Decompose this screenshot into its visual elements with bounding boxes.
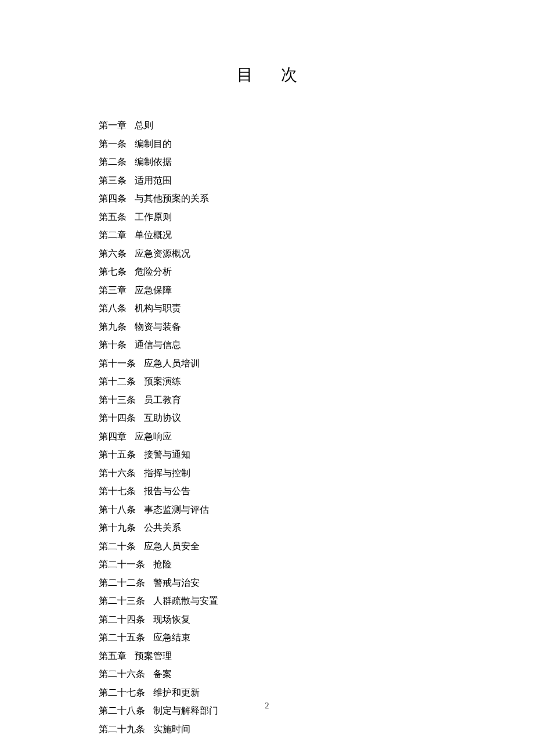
toc-item-text: 与其他预案的关系: [135, 189, 209, 208]
toc-item-text: 指挥与控制: [144, 464, 190, 483]
toc-item: 第十五条接警与通知: [99, 445, 435, 464]
toc-item-label: 第十九条: [99, 519, 136, 537]
toc-item-label: 第十八条: [99, 501, 136, 519]
toc-item: 第二十条应急人员安全: [99, 537, 435, 556]
toc-item-label: 第二十一条: [99, 555, 145, 574]
toc-item: 第五条工作原则: [99, 208, 435, 226]
toc-item-text: 适用范围: [135, 171, 172, 190]
toc-item: 第一条编制目的: [99, 135, 435, 153]
toc-item-label: 第三章: [99, 281, 127, 300]
toc-item-text: 危险分析: [135, 262, 172, 281]
toc-item-text: 抢险: [153, 555, 172, 574]
toc-item: 第三章应急保障: [99, 281, 435, 300]
toc-item-text: 工作原则: [135, 208, 172, 226]
toc-item-label: 第二十六条: [99, 665, 145, 683]
toc-item-text: 物资与装备: [135, 318, 181, 336]
toc-item-label: 第一章: [99, 116, 127, 135]
toc-item-label: 第十条: [99, 336, 127, 354]
toc-item-text: 通信与信息: [135, 336, 181, 354]
toc-item-text: 编制依据: [135, 153, 172, 171]
toc-item-text: 应急资源概况: [135, 244, 190, 263]
toc-item-text: 应急响应: [135, 427, 172, 446]
toc-item: 第四章应急响应: [99, 427, 435, 446]
toc-item-text: 编制目的: [135, 135, 172, 153]
toc-item-text: 维护和更新: [153, 683, 200, 702]
toc-item: 第二十二条警戒与治安: [99, 574, 435, 592]
toc-item-label: 第二条: [99, 153, 127, 171]
toc-item: 第八条机构与职责: [99, 299, 435, 318]
toc-item: 第十六条指挥与控制: [99, 464, 435, 483]
toc-item-label: 第四章: [99, 427, 127, 446]
toc-item: 第六条应急资源概况: [99, 244, 435, 263]
toc-item-label: 第五章: [99, 647, 127, 665]
toc-item-label: 第九条: [99, 318, 127, 336]
toc-item-label: 第二十七条: [99, 683, 145, 702]
toc-item-label: 第十三条: [99, 391, 136, 409]
toc-item-label: 第五条: [99, 208, 127, 226]
toc-item-label: 第七条: [99, 262, 127, 281]
toc-item: 第二十三条人群疏散与安置: [99, 592, 435, 610]
page-title: 目次: [99, 64, 435, 86]
toc-item: 第二十九条实施时间: [99, 720, 435, 739]
toc-item: 第二十七条维护和更新: [99, 683, 435, 702]
toc-item-label: 第十四条: [99, 409, 136, 427]
toc-item: 第二十五条应急结束: [99, 628, 435, 647]
toc-item-label: 第十一条: [99, 354, 136, 373]
toc-item: 第十七条报告与公告: [99, 482, 435, 501]
toc-item-label: 第四条: [99, 189, 127, 208]
toc-item-label: 第八条: [99, 299, 127, 318]
toc-item-text: 总则: [135, 116, 153, 135]
toc-item-text: 互助协议: [144, 409, 181, 427]
toc-item-label: 第十七条: [99, 482, 136, 501]
toc-item: 第七条危险分析: [99, 262, 435, 281]
toc-item: 第二十四条现场恢复: [99, 610, 435, 629]
toc-item-label: 第三条: [99, 171, 127, 190]
toc-item-text: 实施时间: [153, 720, 190, 739]
toc-item-text: 警戒与治安: [153, 574, 200, 592]
toc-item-text: 员工教育: [144, 391, 181, 409]
toc-item-text: 公共关系: [144, 519, 181, 537]
toc-item-text: 现场恢复: [153, 610, 190, 629]
toc-item: 第二十一条抢险: [99, 555, 435, 574]
toc-item: 第十二条预案演练: [99, 372, 435, 391]
toc-item: 第九条物资与装备: [99, 318, 435, 336]
toc-item-label: 第二十四条: [99, 610, 145, 629]
toc-item-text: 机构与职责: [135, 299, 181, 318]
toc-item-label: 第二十条: [99, 537, 136, 556]
toc-item-text: 人群疏散与安置: [153, 592, 218, 610]
toc-item-text: 应急人员安全: [144, 537, 200, 556]
toc-item: 第三条适用范围: [99, 171, 435, 190]
toc-item: 第二章单位概况: [99, 226, 435, 244]
toc-item-label: 第十六条: [99, 464, 136, 483]
toc-item-text: 应急结束: [153, 628, 190, 647]
toc-item: 第二条编制依据: [99, 153, 435, 171]
document-page: 目次 第一章总则第一条编制目的第二条编制依据第三条适用范围第四条与其他预案的关系…: [0, 0, 534, 756]
toc-item: 第十九条公共关系: [99, 519, 435, 537]
toc-item: 第五章预案管理: [99, 647, 435, 665]
toc-item-label: 第一条: [99, 135, 127, 153]
toc-item-text: 备案: [153, 665, 172, 683]
toc-item-label: 第二十五条: [99, 628, 145, 647]
toc-item-text: 单位概况: [135, 226, 172, 244]
toc-item: 第二十六条备案: [99, 665, 435, 683]
toc-item-text: 应急人员培训: [144, 354, 200, 373]
toc-item-text: 预案演练: [144, 372, 181, 391]
toc-item-text: 接警与通知: [144, 445, 190, 464]
toc-item: 第十一条应急人员培训: [99, 354, 435, 373]
toc-item-label: 第二十三条: [99, 592, 145, 610]
toc-item: 第一章总则: [99, 116, 435, 135]
toc-item-label: 第十五条: [99, 445, 136, 464]
toc-item-label: 第六条: [99, 244, 127, 263]
toc-item: 第十八条事态监测与评估: [99, 501, 435, 519]
toc-item-label: 第二十九条: [99, 720, 145, 739]
toc-item-label: 第二十二条: [99, 574, 145, 592]
toc-item-label: 第十二条: [99, 372, 136, 391]
toc-item-text: 报告与公告: [144, 482, 190, 501]
page-number: 2: [0, 701, 534, 711]
toc-item-label: 第二章: [99, 226, 127, 244]
table-of-contents: 第一章总则第一条编制目的第二条编制依据第三条适用范围第四条与其他预案的关系第五条…: [99, 116, 435, 738]
toc-item: 第四条与其他预案的关系: [99, 189, 435, 208]
toc-item: 第十四条互助协议: [99, 409, 435, 427]
toc-item-text: 应急保障: [135, 281, 172, 300]
toc-item: 第十三条员工教育: [99, 391, 435, 409]
